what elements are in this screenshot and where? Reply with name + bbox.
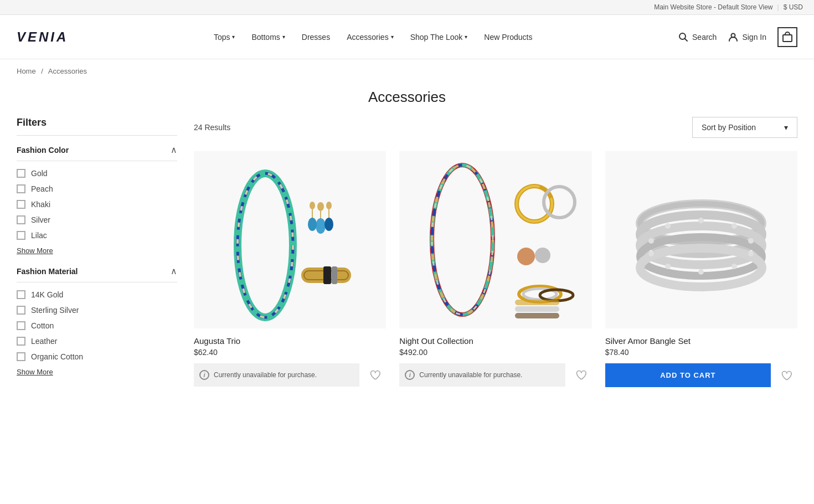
filter-checkbox-sterling-silver[interactable] [17, 306, 25, 315]
unavailable-button-0: i Currently unavailable for purchase. [194, 363, 359, 387]
nav-item-tops[interactable]: Tops▾ [214, 33, 235, 42]
nav-item-dresses[interactable]: Dresses [302, 33, 330, 42]
svg-rect-18 [323, 266, 331, 284]
filter-option-gold[interactable]: Gold [17, 169, 177, 178]
header-actions: Search Sign In [678, 27, 797, 47]
sign-in-label: Sign In [742, 33, 766, 42]
nav-item-shop-the-look[interactable]: Shop The Look▾ [410, 33, 468, 42]
page-title: Accessories [0, 83, 814, 117]
svg-point-29 [535, 248, 550, 263]
product-image-1 [399, 151, 591, 328]
svg-point-43 [665, 223, 671, 229]
svg-rect-19 [332, 266, 337, 284]
results-toolbar: 24 Results Sort by Position ▾ [194, 117, 797, 138]
wishlist-button-0[interactable] [364, 364, 386, 386]
svg-point-7 [317, 202, 324, 211]
header: VENIA Tops▾ Bottoms▾ Dresses Accessories… [0, 15, 814, 59]
results-count: 24 Results [194, 123, 230, 132]
svg-point-9 [316, 218, 326, 234]
svg-point-10 [310, 202, 315, 209]
main-nav: Tops▾ Bottoms▾ Dresses Accessories▾ Shop… [214, 33, 533, 42]
filter-checkbox-khaki[interactable] [17, 200, 25, 209]
svg-point-27 [544, 187, 575, 218]
filter-checkbox-peach[interactable] [17, 184, 25, 193]
product-price-0: $62.40 [194, 348, 386, 357]
material-show-more[interactable]: Show More [17, 368, 177, 376]
currency-display: $ USD [784, 3, 803, 11]
breadcrumb-home[interactable]: Home [17, 67, 36, 75]
filter-section-color: Fashion Color ∧ Gold Peach Khaki Silver [17, 145, 177, 255]
filter-option-peach[interactable]: Peach [17, 184, 177, 193]
main-container: Filters Fashion Color ∧ Gold Peach Khaki… [0, 117, 814, 409]
add-to-cart-button-2[interactable]: ADD TO CART [605, 363, 771, 387]
filter-color-title: Fashion Color [17, 146, 69, 155]
filter-option-leather[interactable]: Leather [17, 337, 177, 346]
filter-checkbox-leather[interactable] [17, 337, 25, 346]
filter-material-header[interactable]: Fashion Material ∧ [17, 266, 177, 282]
svg-point-47 [648, 251, 654, 256]
filter-option-cotton[interactable]: Cotton [17, 321, 177, 330]
product-card-2: Silver Amor Bangle Set $78.40 ADD TO CAR… [605, 151, 797, 387]
filter-option-organic-cotton[interactable]: Organic Cotton [17, 352, 177, 361]
product-card-0: Augusta Trio $62.40 i Currently unavaila… [194, 151, 386, 387]
nav-item-accessories[interactable]: Accessories▾ [347, 33, 393, 42]
filter-label-lilac: Lilac [31, 231, 47, 240]
filter-option-khaki[interactable]: Khaki [17, 200, 177, 209]
filter-option-sterling-silver[interactable]: Sterling Silver [17, 306, 177, 315]
unavailable-text-1: Currently unavailable for purchase. [419, 371, 522, 379]
product-name-2: Silver Amor Bangle Set [605, 336, 797, 346]
product-actions-0: i Currently unavailable for purchase. [194, 363, 386, 387]
svg-rect-33 [515, 300, 559, 305]
top-bar: Main Website Store - Default Store View … [0, 0, 814, 15]
filter-checkbox-cotton[interactable] [17, 321, 25, 330]
logo[interactable]: VENIA [17, 29, 68, 45]
filter-label-leather: Leather [31, 337, 57, 346]
search-label: Search [692, 33, 717, 42]
unavailable-text-0: Currently unavailable for purchase. [214, 371, 317, 379]
filter-color-header[interactable]: Fashion Color ∧ [17, 145, 177, 161]
svg-point-12 [308, 218, 317, 231]
filters-title: Filters [17, 117, 177, 136]
filter-option-silver[interactable]: Silver [17, 215, 177, 224]
filter-checkbox-lilac[interactable] [17, 231, 25, 240]
filter-label-gold: Gold [31, 169, 48, 178]
filter-material-chevron: ∧ [171, 266, 177, 276]
filter-option-14kgold[interactable]: 14K Gold [17, 290, 177, 299]
svg-rect-3 [783, 35, 792, 42]
cart-button[interactable] [777, 27, 797, 47]
svg-point-48 [665, 264, 671, 269]
sort-dropdown[interactable]: Sort by Position ▾ [692, 117, 797, 138]
filter-label-silver: Silver [31, 215, 50, 224]
filter-material-title: Fashion Material [17, 267, 78, 276]
unavailable-button-1: i Currently unavailable for purchase. [399, 363, 565, 387]
filter-label-14kgold: 14K Gold [31, 290, 63, 299]
filter-checkbox-silver[interactable] [17, 215, 25, 224]
breadcrumb: Home / Accessories [0, 59, 814, 83]
product-grid: Augusta Trio $62.40 i Currently unavaila… [194, 151, 797, 387]
wishlist-button-2[interactable] [775, 364, 797, 387]
svg-point-13 [326, 202, 332, 209]
nav-item-bottoms[interactable]: Bottoms▾ [251, 33, 285, 42]
product-image-0 [194, 151, 386, 328]
filter-label-khaki: Khaki [31, 200, 50, 209]
svg-point-28 [517, 248, 535, 265]
sign-in-button[interactable]: Sign In [728, 32, 766, 43]
product-actions-2: ADD TO CART [605, 363, 797, 387]
filter-checkbox-14kgold[interactable] [17, 290, 25, 299]
filter-checkbox-gold[interactable] [17, 169, 25, 178]
filter-checkbox-organic-cotton[interactable] [17, 352, 25, 361]
svg-point-44 [698, 218, 704, 223]
sort-label: Sort by Position [702, 123, 756, 132]
filter-option-lilac[interactable]: Lilac [17, 231, 177, 240]
wishlist-button-1[interactable] [570, 364, 592, 386]
svg-rect-35 [515, 313, 559, 318]
color-show-more[interactable]: Show More [17, 246, 177, 255]
top-bar-divider: | [777, 3, 779, 11]
product-name-1: Night Out Collection [399, 336, 591, 346]
nav-item-new-products[interactable]: New Products [484, 33, 532, 42]
filter-label-cotton: Cotton [31, 321, 54, 330]
svg-point-50 [731, 264, 737, 269]
svg-point-15 [324, 218, 333, 231]
search-button[interactable]: Search [678, 32, 717, 43]
sidebar: Filters Fashion Color ∧ Gold Peach Khaki… [17, 117, 177, 387]
